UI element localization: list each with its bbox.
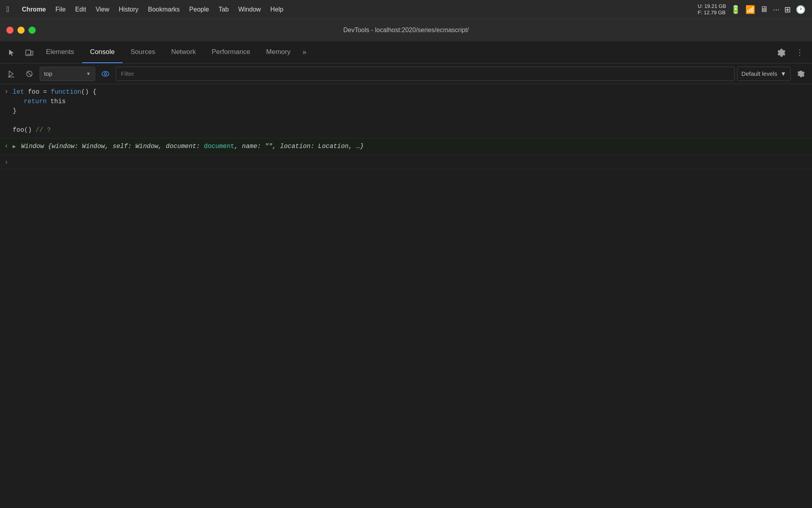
tab-console[interactable]: Console: [82, 41, 123, 63]
apple-logo-icon: : [6, 5, 9, 14]
input-arrow-icon: ›: [0, 86, 13, 95]
console-output[interactable]: › let foo = function() { return this } f…: [0, 84, 812, 508]
tab-performance[interactable]: Performance: [204, 41, 258, 63]
menu-chrome[interactable]: Chrome: [22, 6, 46, 13]
console-entry-cursor[interactable]: ›: [0, 155, 812, 169]
finder-icon: 🖥: [760, 5, 768, 14]
clock-icon: 🕐: [796, 5, 806, 14]
no-errors-btn[interactable]: [21, 66, 37, 82]
more-options-btn[interactable]: ⋮: [791, 44, 809, 61]
window-title: DevTools - localhost:2020/series/ecmascr…: [343, 27, 469, 34]
tab-elements[interactable]: Elements: [38, 41, 82, 63]
svg-line-6: [27, 71, 32, 76]
devtools-window: DevTools - localhost:2020/series/ecmascr…: [0, 19, 812, 508]
cursor-input-area[interactable]: [13, 156, 812, 167]
filter-input[interactable]: [116, 67, 735, 81]
settings-btn[interactable]: [772, 44, 790, 61]
output-content: ▶ Window {window: Window, self: Window, …: [13, 140, 812, 153]
context-value: top: [44, 70, 52, 77]
code-line-3: }: [13, 106, 809, 116]
device-toggle-btn[interactable]: [21, 44, 38, 61]
minimize-button[interactable]: [17, 27, 25, 34]
memory-info: U: 19.21 GB F: 12.79 GB: [698, 3, 726, 15]
more-tabs-btn[interactable]: »: [299, 48, 310, 56]
close-button[interactable]: [6, 27, 13, 34]
devtools-right-icons: ⋮: [772, 44, 809, 61]
traffic-lights: [6, 27, 36, 34]
three-dots-icon: ⋮: [796, 48, 804, 57]
code-line-2: return this: [13, 97, 809, 106]
code-line-4: [13, 116, 809, 125]
levels-value: Default levels: [741, 70, 777, 77]
cursor-arrow-icon: ›: [0, 156, 13, 166]
console-area: › let foo = function() { return this } f…: [0, 84, 812, 508]
menu-tab[interactable]: Tab: [218, 6, 229, 13]
devtools-tabs: Elements Console Sources Network Perform…: [38, 41, 772, 63]
menu-file[interactable]: File: [56, 6, 66, 13]
levels-selector[interactable]: Default levels ▼: [737, 67, 791, 81]
output-rest-text: , name: "", location: Location, …}: [234, 143, 364, 150]
menubar-right-icons: U: 19.21 GB F: 12.79 GB 🔋 📶 🖥 ··· ⊞ 🕐: [698, 3, 806, 15]
tab-network[interactable]: Network: [163, 41, 204, 63]
svg-rect-1: [31, 51, 33, 55]
maximize-button[interactable]: [29, 27, 36, 34]
clear-console-btn[interactable]: [3, 66, 19, 82]
dropdown-arrow-icon: ▼: [86, 71, 91, 77]
tab-sources[interactable]: Sources: [123, 41, 163, 63]
inspect-icon-btn[interactable]: [3, 44, 21, 61]
expand-triangle-icon[interactable]: ▶: [13, 143, 16, 151]
context-selector[interactable]: top ▼: [40, 67, 95, 81]
console-entry-output: ‹ ▶ Window {window: Window, self: Window…: [0, 139, 812, 155]
menu-window[interactable]: Window: [238, 6, 261, 13]
watch-expressions-btn[interactable]: [98, 66, 113, 82]
settings-icon: [777, 48, 785, 57]
svg-marker-3: [9, 71, 13, 77]
menu-help[interactable]: Help: [270, 6, 283, 13]
svg-point-7: [102, 71, 109, 76]
play-icon: [8, 70, 15, 77]
levels-arrow-icon: ▼: [780, 70, 786, 77]
cursor-icon: [8, 48, 16, 57]
output-back-icon: ‹: [0, 140, 13, 150]
code-block: let foo = function() { return this } foo…: [13, 86, 812, 137]
menu-edit[interactable]: Edit: [75, 6, 86, 13]
battery-icon: 🔋: [731, 5, 741, 14]
tab-memory[interactable]: Memory: [258, 41, 298, 63]
output-document-link[interactable]: document: [204, 143, 234, 150]
control-center-icon: ⊞: [784, 5, 791, 14]
console-settings-btn[interactable]: [793, 66, 809, 82]
code-line-1: let foo = function() {: [13, 87, 809, 97]
ban-icon: [26, 70, 33, 77]
menu-history[interactable]: History: [119, 6, 139, 13]
title-bar: DevTools - localhost:2020/series/ecmascr…: [0, 19, 812, 41]
console-entry-input: › let foo = function() { return this } f…: [0, 84, 812, 139]
devtools-tabbar: Elements Console Sources Network Perform…: [0, 41, 812, 64]
code-line-5: foo() // ?: [13, 125, 809, 135]
menu-bookmarks[interactable]: Bookmarks: [148, 6, 180, 13]
svg-rect-0: [26, 50, 31, 56]
device-icon: [25, 48, 34, 57]
console-settings-icon: [797, 70, 805, 78]
output-window-text: Window {window: Window, self: Window, do…: [21, 143, 204, 150]
svg-point-8: [104, 73, 107, 75]
menu-view[interactable]: View: [96, 6, 109, 13]
more-dots-icon: ···: [773, 5, 779, 14]
wifi-icon: 📶: [745, 5, 755, 14]
mac-menubar:  Chrome File Edit View History Bookmark…: [0, 0, 812, 19]
menu-people[interactable]: People: [189, 6, 209, 13]
console-toolbar: top ▼ Default levels ▼: [0, 64, 812, 84]
eye-icon: [102, 71, 109, 77]
